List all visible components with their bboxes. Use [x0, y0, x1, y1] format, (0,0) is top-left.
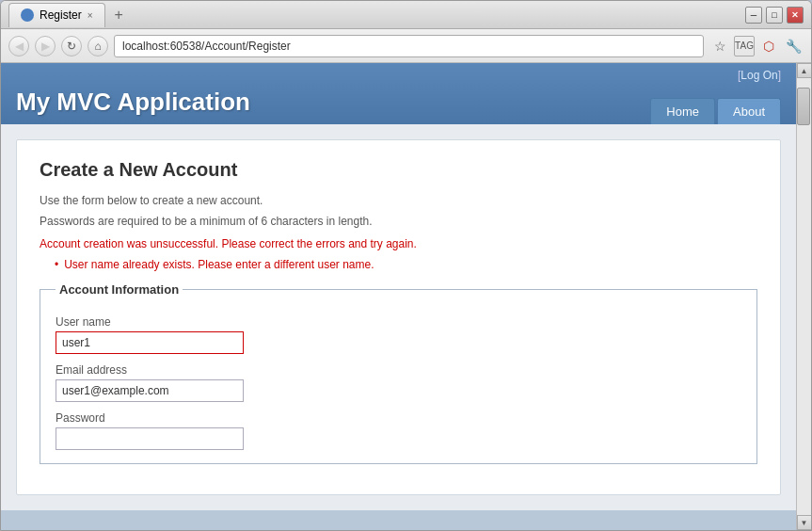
scroll-track[interactable] [797, 78, 811, 515]
back-button[interactable]: ◀ [8, 36, 29, 56]
title-bar: Register × + ─ □ ✕ [1, 1, 811, 29]
scrollbar: ▲ ▼ [796, 63, 811, 530]
error-item: User name already exists. Please enter a… [55, 258, 757, 271]
login-link[interactable]: Log On [740, 69, 777, 82]
toolbar-icons: ☆ TAG ⬡ 🔧 [709, 36, 804, 56]
addon-icon[interactable]: ⬡ [758, 36, 779, 56]
password-label: Password [56, 411, 741, 425]
form-card: Create a New Account Use the form below … [16, 139, 781, 495]
tab-close-button[interactable]: × [88, 10, 93, 21]
login-bracket-close: ] [778, 69, 781, 82]
username-input[interactable] [56, 331, 244, 354]
scroll-thumb[interactable] [797, 88, 810, 125]
account-information-fieldset: Account Information User name Email addr… [40, 282, 757, 464]
scroll-up-button[interactable]: ▲ [797, 63, 812, 78]
page-content: [ Log On ] My MVC Application Home About… [1, 63, 796, 530]
browser-window: Register × + ─ □ ✕ ◀ ▶ ↻ ⌂ ☆ TAG ⬡ 🔧 [0, 0, 812, 531]
email-input[interactable] [56, 379, 244, 402]
app-header: [ Log On ] My MVC Application Home About [1, 63, 796, 124]
error-summary: Account creation was unsuccessful. Pleas… [40, 237, 757, 250]
email-label: Email address [56, 363, 741, 377]
window-controls: ─ □ ✕ [745, 7, 804, 24]
refresh-button[interactable]: ↻ [61, 36, 82, 56]
app-title: My MVC Application [16, 88, 250, 124]
tab-favicon [21, 8, 34, 22]
password-group: Password [56, 411, 741, 450]
title-bar-left: Register × + [8, 3, 741, 27]
close-button[interactable]: ✕ [787, 7, 804, 24]
star-icon[interactable]: ☆ [709, 36, 730, 56]
page-area: [ Log On ] My MVC Application Home About… [1, 63, 811, 530]
tools-icon[interactable]: 🔧 [783, 36, 804, 56]
error-list: User name already exists. Please enter a… [55, 258, 757, 271]
email-group: Email address [56, 363, 741, 402]
tag-icon: TAG [734, 36, 755, 56]
password-input[interactable] [56, 427, 244, 450]
main-content: Create a New Account Use the form below … [1, 124, 796, 510]
maximize-button[interactable]: □ [766, 7, 783, 24]
nav-tab-home[interactable]: Home [650, 98, 715, 124]
header-top: [ Log On ] [1, 63, 796, 84]
form-desc-text: Use the form below to create a new accou… [40, 194, 263, 207]
home-button[interactable]: ⌂ [88, 36, 108, 56]
minimize-button[interactable]: ─ [745, 7, 762, 24]
forward-button[interactable]: ▶ [35, 36, 56, 56]
address-bar: ◀ ▶ ↻ ⌂ ☆ TAG ⬡ 🔧 [1, 29, 811, 63]
username-group: User name [56, 315, 741, 354]
nav-tabs: Home About [650, 98, 781, 124]
username-label: User name [56, 315, 741, 329]
form-description: Use the form below to create a new accou… [40, 194, 757, 207]
browser-tab[interactable]: Register × [8, 3, 105, 27]
page-title: Create a New Account [40, 159, 757, 181]
tab-title: Register [40, 8, 82, 22]
nav-tab-about[interactable]: About [717, 98, 781, 124]
fieldset-legend: Account Information [56, 282, 183, 297]
header-main: My MVC Application Home About [1, 84, 796, 124]
new-tab-button[interactable]: + [111, 7, 127, 24]
url-bar[interactable] [114, 35, 704, 57]
scroll-down-button[interactable]: ▼ [797, 515, 812, 530]
password-note: Passwords are required to be a minimum o… [40, 215, 757, 228]
